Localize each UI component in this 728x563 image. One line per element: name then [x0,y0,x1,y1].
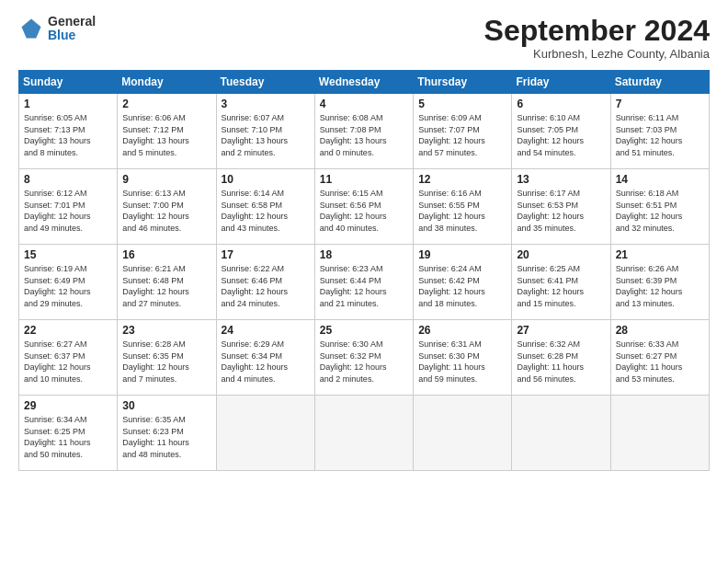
day-info: Sunrise: 6:31 AM Sunset: 6:30 PM Dayligh… [418,339,506,385]
day-number: 24 [222,324,310,337]
day-info: Sunrise: 6:21 AM Sunset: 6:48 PM Dayligh… [122,263,210,309]
day-number: 21 [616,248,704,261]
day-number: 22 [24,324,112,337]
col-sunday: Sunday [19,71,118,94]
calendar-cell [414,396,512,471]
day-number: 30 [122,399,210,412]
calendar-cell: 6Sunrise: 6:10 AM Sunset: 7:05 PM Daylig… [512,94,610,169]
day-info: Sunrise: 6:07 AM Sunset: 7:10 PM Dayligh… [222,112,310,158]
calendar-cell [512,396,610,471]
calendar-cell: 1Sunrise: 6:05 AM Sunset: 7:13 PM Daylig… [19,94,118,169]
col-friday: Friday [512,71,610,94]
header: General Blue September 2024 Kurbnesh, Le… [18,15,710,61]
day-number: 15 [24,248,112,261]
calendar-cell: 24Sunrise: 6:29 AM Sunset: 6:34 PM Dayli… [216,320,314,396]
day-number: 13 [517,173,605,186]
day-number: 8 [24,173,112,186]
day-info: Sunrise: 6:19 AM Sunset: 6:49 PM Dayligh… [24,263,112,309]
title-block: September 2024 Kurbnesh, Lezhe County, A… [484,15,710,61]
col-tuesday: Tuesday [216,71,314,94]
calendar-cell: 9Sunrise: 6:13 AM Sunset: 7:00 PM Daylig… [118,169,216,245]
calendar-cell: 23Sunrise: 6:28 AM Sunset: 6:35 PM Dayli… [118,320,216,396]
calendar-cell: 11Sunrise: 6:15 AM Sunset: 6:56 PM Dayli… [314,169,413,245]
day-number: 9 [122,173,210,186]
week-row-1: 1Sunrise: 6:05 AM Sunset: 7:13 PM Daylig… [19,94,710,169]
week-row-5: 29Sunrise: 6:34 AM Sunset: 6:25 PM Dayli… [19,396,710,471]
day-number: 16 [122,248,210,261]
calendar-table: Sunday Monday Tuesday Wednesday Thursday… [18,70,710,471]
day-number: 10 [222,173,310,186]
day-number: 19 [418,248,506,261]
calendar-cell: 15Sunrise: 6:19 AM Sunset: 6:49 PM Dayli… [19,245,118,320]
calendar-header: Sunday Monday Tuesday Wednesday Thursday… [19,71,710,94]
day-number: 17 [222,248,310,261]
svg-marker-0 [22,19,41,39]
day-info: Sunrise: 6:15 AM Sunset: 6:56 PM Dayligh… [320,188,408,234]
week-row-4: 22Sunrise: 6:27 AM Sunset: 6:37 PM Dayli… [19,320,710,396]
day-number: 4 [320,98,408,110]
day-number: 6 [517,98,605,110]
day-number: 2 [122,98,210,110]
day-info: Sunrise: 6:32 AM Sunset: 6:28 PM Dayligh… [517,339,605,385]
week-row-2: 8Sunrise: 6:12 AM Sunset: 7:01 PM Daylig… [19,169,710,245]
logo-text: General Blue [48,15,96,43]
calendar-cell: 21Sunrise: 6:26 AM Sunset: 6:39 PM Dayli… [610,245,709,320]
calendar-cell [314,396,413,471]
day-number: 29 [24,399,112,412]
calendar-cell: 8Sunrise: 6:12 AM Sunset: 7:01 PM Daylig… [19,169,118,245]
day-info: Sunrise: 6:25 AM Sunset: 6:41 PM Dayligh… [517,263,605,309]
day-number: 5 [418,98,506,110]
day-number: 26 [418,324,506,337]
calendar-cell: 29Sunrise: 6:34 AM Sunset: 6:25 PM Dayli… [19,396,118,471]
location-subtitle: Kurbnesh, Lezhe County, Albania [484,47,710,61]
calendar-cell: 28Sunrise: 6:33 AM Sunset: 6:27 PM Dayli… [610,320,709,396]
day-number: 23 [122,324,210,337]
day-info: Sunrise: 6:18 AM Sunset: 6:51 PM Dayligh… [616,188,704,234]
calendar-cell: 19Sunrise: 6:24 AM Sunset: 6:42 PM Dayli… [414,245,512,320]
day-number: 28 [616,324,704,337]
calendar-body: 1Sunrise: 6:05 AM Sunset: 7:13 PM Daylig… [19,94,710,471]
day-info: Sunrise: 6:28 AM Sunset: 6:35 PM Dayligh… [122,339,210,385]
calendar-cell: 27Sunrise: 6:32 AM Sunset: 6:28 PM Dayli… [512,320,610,396]
day-info: Sunrise: 6:16 AM Sunset: 6:55 PM Dayligh… [418,188,506,234]
day-number: 3 [222,98,310,110]
day-info: Sunrise: 6:17 AM Sunset: 6:53 PM Dayligh… [517,188,605,234]
calendar-cell: 2Sunrise: 6:06 AM Sunset: 7:12 PM Daylig… [118,94,216,169]
day-info: Sunrise: 6:33 AM Sunset: 6:27 PM Dayligh… [616,339,704,385]
day-number: 14 [616,173,704,186]
col-monday: Monday [118,71,216,94]
calendar-cell: 16Sunrise: 6:21 AM Sunset: 6:48 PM Dayli… [118,245,216,320]
calendar-cell: 20Sunrise: 6:25 AM Sunset: 6:41 PM Dayli… [512,245,610,320]
col-thursday: Thursday [414,71,512,94]
day-info: Sunrise: 6:26 AM Sunset: 6:39 PM Dayligh… [616,263,704,309]
calendar-cell: 3Sunrise: 6:07 AM Sunset: 7:10 PM Daylig… [216,94,314,169]
week-row-3: 15Sunrise: 6:19 AM Sunset: 6:49 PM Dayli… [19,245,710,320]
calendar-cell: 30Sunrise: 6:35 AM Sunset: 6:23 PM Dayli… [118,396,216,471]
day-info: Sunrise: 6:10 AM Sunset: 7:05 PM Dayligh… [517,112,605,158]
day-number: 25 [320,324,408,337]
calendar-cell [216,396,314,471]
col-wednesday: Wednesday [314,71,413,94]
calendar-cell: 4Sunrise: 6:08 AM Sunset: 7:08 PM Daylig… [314,94,413,169]
day-number: 18 [320,248,408,261]
calendar-cell: 13Sunrise: 6:17 AM Sunset: 6:53 PM Dayli… [512,169,610,245]
day-info: Sunrise: 6:24 AM Sunset: 6:42 PM Dayligh… [418,263,506,309]
calendar-cell: 5Sunrise: 6:09 AM Sunset: 7:07 PM Daylig… [414,94,512,169]
day-info: Sunrise: 6:13 AM Sunset: 7:00 PM Dayligh… [122,188,210,234]
calendar-cell: 25Sunrise: 6:30 AM Sunset: 6:32 PM Dayli… [314,320,413,396]
page-container: General Blue September 2024 Kurbnesh, Le… [0,0,728,563]
day-info: Sunrise: 6:29 AM Sunset: 6:34 PM Dayligh… [222,339,310,385]
day-number: 20 [517,248,605,261]
day-info: Sunrise: 6:06 AM Sunset: 7:12 PM Dayligh… [122,112,210,158]
day-info: Sunrise: 6:11 AM Sunset: 7:03 PM Dayligh… [616,112,704,158]
day-number: 27 [517,324,605,337]
day-info: Sunrise: 6:34 AM Sunset: 6:25 PM Dayligh… [24,414,112,460]
day-info: Sunrise: 6:09 AM Sunset: 7:07 PM Dayligh… [418,112,506,158]
calendar-cell [610,396,709,471]
logo-general-label: General [48,15,96,29]
calendar-cell: 18Sunrise: 6:23 AM Sunset: 6:44 PM Dayli… [314,245,413,320]
header-row: Sunday Monday Tuesday Wednesday Thursday… [19,71,710,94]
day-number: 7 [616,98,704,110]
day-info: Sunrise: 6:14 AM Sunset: 6:58 PM Dayligh… [222,188,310,234]
day-info: Sunrise: 6:22 AM Sunset: 6:46 PM Dayligh… [222,263,310,309]
